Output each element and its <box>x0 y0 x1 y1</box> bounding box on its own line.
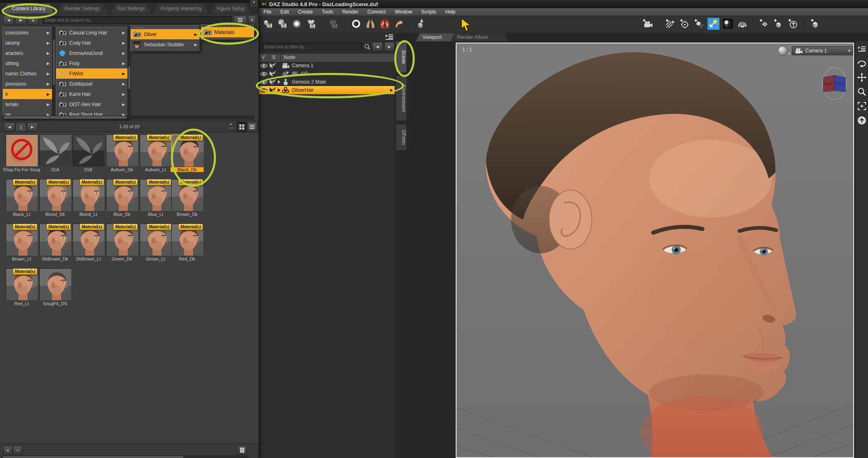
menu-file[interactable]: File <box>264 9 271 15</box>
tab-tool-settings[interactable]: Tool Settings <box>111 4 151 14</box>
visibility-eye-icon[interactable] <box>259 63 268 68</box>
thumbnail-blond-dk[interactable]: Material(s)Blond_Dk <box>39 179 71 211</box>
list-view-icon[interactable] <box>234 16 247 25</box>
thumbnail-blue-dk[interactable]: Material(s)Blue_Dk <box>106 179 138 211</box>
selectable-cursor-icon[interactable] <box>268 87 277 93</box>
menu-edit[interactable]: Edit <box>280 9 289 15</box>
visibility-eye-icon[interactable] <box>259 79 268 85</box>
menu-create[interactable]: Create <box>298 9 313 15</box>
thumbnail-dkbrown-lt[interactable]: Material(s)DkBrown_Lt <box>73 224 104 255</box>
camera-selector[interactable]: Camera 1 ▼ <box>792 46 854 55</box>
menu-scripts[interactable]: Scripts <box>421 9 436 15</box>
thumbnail-01a[interactable]: 01A <box>39 134 71 166</box>
thumbnail-black-dk[interactable]: Material(s)Black_Dk <box>171 134 203 166</box>
visibility-eye-icon[interactable] <box>259 71 268 77</box>
tree-horizontal-scrollbar[interactable] <box>2 116 254 119</box>
hands-off-icon[interactable] <box>379 18 391 30</box>
menu-item-ccessories[interactable]: ccessories▶ <box>3 27 52 38</box>
menu-item-casual-long-hair[interactable]: SCasual Long Hair▶ <box>56 27 127 38</box>
category-scrollbar[interactable] <box>52 27 55 120</box>
filter-next-button[interactable]: ▶ <box>384 42 395 51</box>
add-spotlight-icon[interactable] <box>693 18 705 30</box>
ring-icon[interactable] <box>350 18 362 30</box>
morph-save-icon[interactable] <box>416 18 428 30</box>
menu-item-pressions[interactable]: pressions▶ <box>3 79 52 89</box>
zoom-icon[interactable] <box>857 86 867 97</box>
library-search-input[interactable] <box>43 16 232 24</box>
thumbnail-image[interactable] <box>6 134 37 166</box>
menu-item-terials[interactable]: terials▶ <box>3 99 52 109</box>
pan-icon[interactable] <box>857 72 867 83</box>
orbit-icon[interactable] <box>857 58 867 68</box>
side-tab-scene[interactable]: Scene <box>395 41 407 73</box>
frame-icon[interactable] <box>857 101 867 111</box>
thumbnail-image[interactable] <box>39 268 71 300</box>
add-camera-icon[interactable] <box>642 18 654 30</box>
close-icon[interactable]: ✕ <box>250 0 257 6</box>
add-target-icon[interactable] <box>787 18 800 30</box>
add-button[interactable]: + <box>3 446 12 455</box>
add-point-light-icon[interactable] <box>679 18 691 30</box>
thumbnail-brown-lt[interactable]: Material(s)Brown_Lt <box>6 224 37 255</box>
menu-tools[interactable]: Tools <box>322 9 333 15</box>
menu-item-namic-clothes[interactable]: namic Clothes▶ <box>3 68 52 79</box>
drawstyle-sphere-icon[interactable]: ▾ <box>778 45 790 56</box>
tab-property-hierarchy[interactable]: Property Hierarchy <box>154 4 208 14</box>
menu-item-oot-alex-hair[interactable]: SOOT Alex Hair▶ <box>56 99 127 109</box>
limb-icon[interactable] <box>393 18 405 30</box>
grid-view-icon[interactable] <box>237 122 247 132</box>
visibility-eye-icon[interactable] <box>259 88 268 93</box>
palette-save-icon[interactable] <box>276 18 289 30</box>
search-icon[interactable] <box>364 43 370 50</box>
menu-item-kami-hair[interactable]: SKami Hair▶ <box>56 89 127 99</box>
tab-render-settings[interactable]: Render Settings <box>57 4 107 14</box>
add-node-icon[interactable] <box>759 18 771 30</box>
shaded-sphere-icon[interactable] <box>722 18 734 30</box>
sun-sky-icon[interactable] <box>707 18 720 30</box>
thumbnail-image[interactable] <box>39 134 71 166</box>
pane-options-icon[interactable] <box>857 43 867 54</box>
thumbnail-green-lt[interactable]: Material(s)Green_Lt <box>140 224 171 255</box>
thumbnail-black-lt[interactable]: Material(s)Black_Lt <box>6 179 37 211</box>
add-group-icon[interactable] <box>773 18 785 30</box>
home-icon[interactable] <box>857 115 867 126</box>
back-arrow-icon[interactable]: ◀ <box>3 16 14 25</box>
menu-item-sebastian-stubble[interactable]: Sebastian Stubble▶ <box>131 39 200 50</box>
thumbnail-dkbrown-dk[interactable]: Material(s)DkBrown_Dk <box>39 224 71 255</box>
hands-icon[interactable] <box>364 18 377 30</box>
orientation-cube[interactable]: Right Front <box>817 66 852 101</box>
thumbnail-blond-lt[interactable]: Material(s)Blond_Lt <box>73 179 104 211</box>
menu-render[interactable]: Render <box>342 9 358 15</box>
menu-item-ir[interactable]: ir▶ <box>3 89 52 99</box>
expander-icon[interactable] <box>277 80 281 84</box>
thumbnail-auburn-dk[interactable]: Material(s)Auburn_Dk <box>106 134 138 166</box>
side-tab-environment[interactable]: Environment <box>395 75 407 121</box>
menu-item-oliver[interactable]: SOliver▶ <box>131 29 200 39</box>
thumbnail-image[interactable] <box>73 134 104 166</box>
remove-button[interactable]: − <box>13 446 22 455</box>
side-tab-dform[interactable]: DForm <box>395 124 407 151</box>
shirt-save-icon[interactable] <box>305 18 317 30</box>
tab-figure-setup[interactable]: Figure Setup <box>211 4 251 14</box>
scene-node-genesis-2-male[interactable]: Genesis 2 Male <box>259 78 395 86</box>
menu-item-iatomy[interactable]: iatomy▶ <box>3 38 52 48</box>
bottom-scrollbar[interactable] <box>2 456 248 458</box>
thumbnail-snugfit-ds[interactable]: SnugFit_DS <box>39 268 71 300</box>
tab-content-library[interactable]: Content Library <box>3 4 54 14</box>
thumbnail-disp-fix-for-snug[interactable]: !Disp Fix For Snug <box>6 134 37 166</box>
thumb-size-slider[interactable] <box>229 127 234 129</box>
panel-grip[interactable] <box>0 0 259 3</box>
thumbnail-brown-dk[interactable]: Material(s)Brown_Dk <box>171 179 203 211</box>
scene-node-ibl-ao[interactable]: IBL-AO <box>259 70 395 78</box>
filter-prev-button[interactable]: ◀ <box>372 42 383 51</box>
thumbnail-red-dk[interactable]: Material(s)Red_Dk <box>171 224 203 255</box>
dome-light-icon[interactable] <box>736 18 748 30</box>
thumb-size-plus-icon[interactable]: + <box>229 122 232 127</box>
page-icon[interactable] <box>238 446 247 455</box>
scene-filter-input[interactable] <box>262 43 362 51</box>
scene-node-oliverhair[interactable]: OliverHair <box>259 86 395 94</box>
glow-save-icon[interactable] <box>291 18 303 30</box>
selectable-cursor-icon[interactable] <box>268 63 277 69</box>
selectable-cursor-icon[interactable] <box>268 79 277 85</box>
menu-item-cody-hair[interactable]: SCody Hair▶ <box>56 38 127 48</box>
